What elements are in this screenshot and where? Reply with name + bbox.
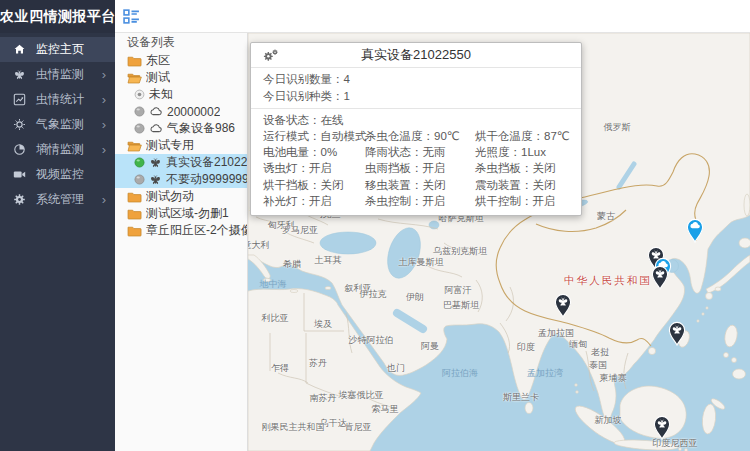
cloud-icon: [149, 106, 163, 117]
popup-field: 杀虫仓温度：90℃: [365, 128, 475, 144]
tree-item-label: 章丘阳丘区-2个摄像头: [146, 222, 247, 239]
chevron-right-icon: ›: [102, 143, 106, 156]
tree-item-label: 不要动99999999: [166, 171, 247, 188]
popup-field: 烘干挡板：关闭: [263, 177, 365, 193]
tree-item-label: 东区: [146, 52, 170, 69]
chevron-right-icon: ›: [102, 68, 106, 81]
tree-item[interactable]: 测试区域-勿删1: [115, 205, 247, 222]
sidebar: 农业四情测报平台 监控主页虫情监测›虫情统计›气象监测›墒情监测›视频监控系统管…: [0, 0, 115, 451]
insect-device-pin[interactable]: [666, 319, 688, 346]
sidebar-item-label: 墒情监测: [36, 141, 102, 158]
chevron-right-icon: ›: [102, 118, 106, 131]
weather-icon: [13, 118, 26, 131]
device-list-panel: 设备列表 东区测试未知20000002气象设备986测试专用真实设备210225…: [115, 33, 248, 451]
popup-header: 真实设备21022550: [251, 43, 581, 68]
popup-stat-line: 今日识别数量：4: [263, 71, 569, 88]
sidebar-item-home[interactable]: 监控主页: [0, 37, 115, 62]
tree-item-label: 测试勿动: [146, 188, 194, 205]
folder-open-icon: [127, 140, 142, 152]
sidebar-item-label: 虫情监测: [36, 66, 102, 83]
popup-field: 烘干仓温度：87℃: [475, 128, 570, 144]
sidebar-item-label: 气象监测: [36, 116, 102, 133]
tree-item[interactable]: 未知: [115, 86, 247, 103]
device-status-line: 设备状态：在线: [263, 112, 569, 128]
folder-icon: [127, 225, 142, 237]
sidebar-item-weather-watch[interactable]: 气象监测›: [0, 112, 115, 137]
popup-field: 杀虫挡板：关闭: [475, 160, 570, 176]
tree-item[interactable]: 测试: [115, 69, 247, 86]
popup-field: 电池电量：0%: [263, 144, 365, 160]
tree-item[interactable]: 测试专用: [115, 137, 247, 154]
insect-device-pin[interactable]: [651, 413, 673, 440]
insect-device-pin[interactable]: [649, 263, 671, 290]
folder-icon: [127, 191, 142, 203]
tree-item-label: 未知: [149, 86, 173, 103]
popup-field: 光照度：1Lux: [475, 144, 570, 160]
device-list-header: 设备列表: [115, 33, 247, 52]
weather-station-pin[interactable]: [684, 216, 706, 243]
gray-dot-icon: [134, 123, 145, 134]
popup-body: 设备状态：在线 运行模式：自动模式杀虫仓温度：90℃烘干仓温度：87℃电池电量：…: [251, 109, 581, 215]
popup-field: 补光灯：开启: [263, 193, 365, 209]
popup-field: 诱虫灯：开启: [263, 160, 365, 176]
popup-field: 虫雨挡板：开启: [365, 160, 475, 176]
video-icon: [13, 168, 26, 181]
popup-grid: 运行模式：自动模式杀虫仓温度：90℃烘干仓温度：87℃电池电量：0%降雨状态：无…: [263, 128, 569, 209]
green-dot-icon: [134, 157, 145, 168]
folder-open-icon: [127, 72, 142, 84]
folder-icon: [127, 55, 142, 67]
tree-item[interactable]: 章丘阳丘区-2个摄像头: [115, 222, 247, 239]
sidebar-menu: 监控主页虫情监测›虫情统计›气象监测›墒情监测›视频监控系统管理›: [0, 33, 115, 212]
sidebar-item-insect-stats[interactable]: 虫情统计›: [0, 87, 115, 112]
bug-icon: [13, 68, 26, 81]
chart-icon: [13, 93, 26, 106]
popup-field: 震动装置：关闭: [475, 177, 570, 193]
popup-device-title: 真实设备21022550: [251, 46, 581, 64]
popup-field: 移虫装置：关闭: [365, 177, 475, 193]
tree-item-label: 真实设备21022550: [166, 154, 247, 171]
tree-item[interactable]: 不要动99999999: [115, 171, 247, 188]
tree-item-label: 测试区域-勿删1: [146, 205, 229, 222]
popup-field: 烘干控制：开启: [475, 193, 570, 209]
tree-item[interactable]: 气象设备986: [115, 120, 247, 137]
sidebar-item-label: 系统管理: [36, 191, 102, 208]
gray-dot-icon: [134, 106, 145, 117]
device-info-popup: 真实设备21022550 今日识别数量：4今日识别种类：1 设备状态：在线 运行…: [250, 42, 582, 216]
tree-item[interactable]: 真实设备21022550: [115, 154, 247, 171]
sidebar-item-label: 监控主页: [36, 41, 106, 58]
popup-field: 降雨状态：无雨: [365, 144, 475, 160]
sidebar-item-insect-watch[interactable]: 虫情监测›: [0, 62, 115, 87]
tree-list-icon[interactable]: [123, 8, 140, 25]
cloud-icon: [149, 123, 163, 134]
sidebar-item-label: 虫情统计: [36, 91, 102, 108]
popup-field: 杀虫控制：开启: [365, 193, 475, 209]
popup-stats: 今日识别数量：4今日识别种类：1: [251, 68, 581, 109]
gears-icon[interactable]: [261, 48, 279, 63]
folder-icon: [127, 208, 142, 220]
topbar: [115, 0, 750, 33]
sidebar-item-soil-watch[interactable]: 墒情监测›: [0, 137, 115, 162]
home-icon: [13, 43, 26, 56]
tree-item[interactable]: 测试勿动: [115, 188, 247, 205]
popup-stat-line: 今日识别种类：1: [263, 88, 569, 105]
chevron-right-icon: ›: [102, 193, 106, 206]
chevron-right-icon: ›: [102, 93, 106, 106]
gray-dot-icon: [134, 174, 145, 185]
app-title: 农业四情测报平台: [0, 0, 115, 33]
tree-item-label: 气象设备986: [167, 120, 235, 137]
bug-icon: [149, 156, 162, 169]
sidebar-item-system-manage[interactable]: 系统管理›: [0, 187, 115, 212]
popup-field: 运行模式：自动模式: [263, 128, 365, 144]
tree-item[interactable]: 东区: [115, 52, 247, 69]
sidebar-item-video-watch[interactable]: 视频监控: [0, 162, 115, 187]
insect-device-pin[interactable]: [552, 291, 574, 318]
radio-icon: [134, 89, 145, 100]
tree-item-label: 测试: [146, 69, 170, 86]
tree-item-label: 20000002: [167, 105, 220, 119]
tree-item-label: 测试专用: [146, 137, 194, 154]
device-tree: 东区测试未知20000002气象设备986测试专用真实设备21022550不要动…: [115, 52, 247, 239]
bug-icon: [149, 173, 162, 186]
gear-icon: [13, 193, 26, 206]
soil-icon: [13, 143, 26, 156]
tree-item[interactable]: 20000002: [115, 103, 247, 120]
